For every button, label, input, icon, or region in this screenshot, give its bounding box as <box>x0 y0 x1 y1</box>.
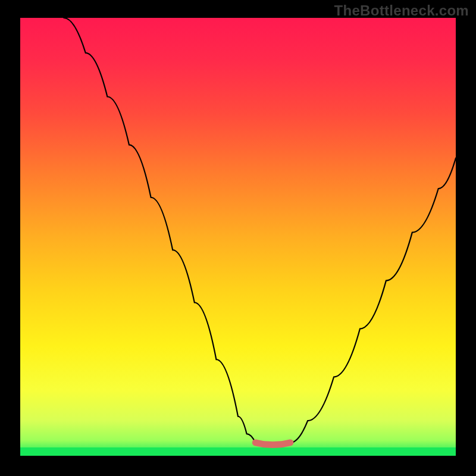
watermark-text: TheBottleneck.com <box>334 2 469 19</box>
optimal-segment <box>255 443 290 445</box>
right-curve <box>290 158 456 443</box>
plot-area <box>20 18 456 456</box>
left-curve <box>64 18 255 443</box>
chart-frame: TheBottleneck.com <box>0 0 476 476</box>
bottleneck-curve <box>20 18 456 456</box>
